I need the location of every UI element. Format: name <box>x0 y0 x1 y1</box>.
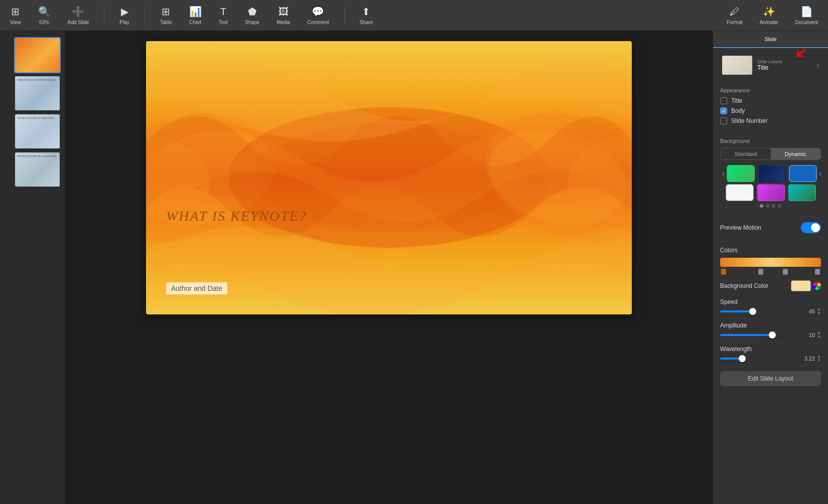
slide-thumb-3[interactable]: Using Keynote to awesome <box>14 113 61 149</box>
table-button[interactable]: ⊞ Table <box>156 4 176 27</box>
add-slide-button[interactable]: ➕ Add Slide <box>64 4 93 27</box>
slide-tab[interactable]: Slide <box>713 31 828 48</box>
swatch-purple[interactable] <box>757 184 785 201</box>
stop-3[interactable] <box>783 269 788 275</box>
slide-thumb-wrapper-4: 4 Using Keynote at a awesome <box>0 151 65 188</box>
wavelength-slider-container: 3.22 ▲ ▼ <box>720 355 821 363</box>
play-button[interactable]: ▶ Play <box>115 4 133 27</box>
comment-button[interactable]: 💬 Comment <box>303 4 333 27</box>
swatch-prev-arrow[interactable]: ‹ <box>720 167 727 180</box>
amplitude-label: Amplitude <box>720 322 821 329</box>
bg-color-label: Background Color <box>720 282 768 289</box>
amplitude-track[interactable] <box>720 334 793 336</box>
media-label: Media <box>277 20 290 25</box>
share-button[interactable]: ⬆ Share <box>356 4 377 27</box>
slide-thumb-text-2: Global Keynote Presentation <box>15 76 61 84</box>
slide-background: WHAT IS KEYNOTE? Author and Date <box>146 41 632 314</box>
format-icon: 🖊 <box>730 6 740 18</box>
gradient-stops <box>720 269 821 275</box>
media-button[interactable]: 🖼 Media <box>272 4 294 27</box>
animate-button[interactable]: ✨ Animate <box>756 4 782 27</box>
add-slide-icon: ➕ <box>72 6 84 18</box>
swatch-dark-blue[interactable] <box>758 165 786 182</box>
title-checkbox[interactable] <box>720 97 727 104</box>
slide-thumb-1[interactable] <box>14 37 61 73</box>
zoom-icon: 🔍 <box>38 6 51 18</box>
speed-slider-container: 45 ▲ ▼ <box>720 307 821 315</box>
gradient-bar[interactable] <box>720 258 821 267</box>
bg-color-swatch[interactable] <box>791 280 811 291</box>
separator-3 <box>344 7 345 25</box>
swatches-row-1 <box>727 165 817 182</box>
amplitude-value: 10 <box>797 332 815 338</box>
speed-label: Speed <box>720 298 821 305</box>
shape-label: Shape <box>245 20 259 25</box>
swatch-next-arrow[interactable]: › <box>817 167 823 180</box>
swatch-green[interactable] <box>727 165 755 182</box>
text-button[interactable]: T Text <box>215 4 232 27</box>
swatches-row-2 <box>720 184 821 201</box>
preview-motion-toggle[interactable] <box>801 222 821 233</box>
background-title: Background <box>720 138 821 144</box>
swatch-teal[interactable] <box>788 184 816 201</box>
swatch-white[interactable] <box>726 184 754 201</box>
amplitude-slider-container: 10 ▲ ▼ <box>720 331 821 339</box>
comment-icon: 💬 <box>312 6 324 18</box>
slide-thumb-image-3: Using Keynote to awesome <box>15 114 61 148</box>
swatch-blue[interactable] <box>789 165 817 182</box>
wavelength-value: 3.22 <box>797 356 815 362</box>
view-icon: ⊞ <box>11 6 20 18</box>
text-icon: T <box>220 6 226 18</box>
layout-info: Slide Layout Title <box>757 59 811 71</box>
speed-track[interactable] <box>720 310 793 312</box>
slide-canvas[interactable]: WHAT IS KEYNOTE? Author and Date <box>146 41 632 314</box>
slide-number-checkbox[interactable] <box>720 117 727 124</box>
wavelength-thumb[interactable] <box>739 355 746 362</box>
preview-motion-row: Preview Motion <box>720 222 821 233</box>
slide-layout-row[interactable]: Slide Layout Title › <box>720 54 821 77</box>
chart-button[interactable]: 📊 Chart <box>185 4 206 27</box>
document-button[interactable]: 📄 Document <box>791 4 822 27</box>
wave-svg <box>146 41 632 314</box>
wavelength-track[interactable] <box>720 358 793 360</box>
amplitude-stepper: ▲ ▼ <box>817 331 821 339</box>
text-label: Text <box>219 20 228 25</box>
edit-layout-button[interactable]: Edit Slide Layout <box>720 371 821 386</box>
zoom-button[interactable]: 🔍 53% <box>34 4 55 27</box>
speed-decrement[interactable]: ▼ <box>817 311 821 315</box>
stop-2[interactable] <box>758 269 763 275</box>
color-picker-icon[interactable] <box>813 282 821 290</box>
shape-button[interactable]: ⬟ Shape <box>241 4 263 27</box>
chart-label: Chart <box>189 20 201 25</box>
speed-thumb[interactable] <box>749 308 756 315</box>
slide-title: WHAT IS KEYNOTE? <box>166 208 307 224</box>
format-button[interactable]: 🖊 Format <box>723 4 747 27</box>
dynamic-button[interactable]: Dynamic <box>771 148 821 159</box>
layout-thumbnail <box>722 56 752 75</box>
wavelength-stepper: ▲ ▼ <box>817 355 821 363</box>
dot-4 <box>778 204 781 208</box>
dot-1 <box>760 204 763 208</box>
amplitude-decrement[interactable]: ▼ <box>817 335 821 339</box>
view-button[interactable]: ⊞ View <box>6 4 25 27</box>
slide-thumb-4[interactable]: Using Keynote at a awesome <box>14 151 61 188</box>
slide-thumb-image-4: Using Keynote at a awesome <box>15 152 61 187</box>
slide-thumb-image-1 <box>15 38 61 72</box>
slide-number-label: Slide Number <box>731 117 768 124</box>
preview-motion-section: Preview Motion <box>713 217 828 242</box>
background-section: Background Standard Dynamic ‹ › <box>713 133 828 217</box>
stop-4[interactable] <box>815 269 820 275</box>
standard-button[interactable]: Standard <box>721 148 771 159</box>
dot-3 <box>772 204 775 208</box>
appearance-title: Appearance <box>720 87 821 93</box>
media-icon: 🖼 <box>279 6 289 18</box>
stop-1[interactable] <box>721 269 726 275</box>
slide-thumb-text-4: Using Keynote at a awesome <box>15 152 61 160</box>
amplitude-thumb[interactable] <box>769 331 776 339</box>
body-checkbox[interactable] <box>720 107 727 114</box>
animate-icon: ✨ <box>763 6 775 18</box>
wavelength-decrement[interactable]: ▼ <box>817 359 821 363</box>
title-checkbox-row: Title <box>720 97 821 104</box>
separator-2 <box>145 7 145 25</box>
slide-thumb-2[interactable]: Global Keynote Presentation <box>14 75 61 111</box>
